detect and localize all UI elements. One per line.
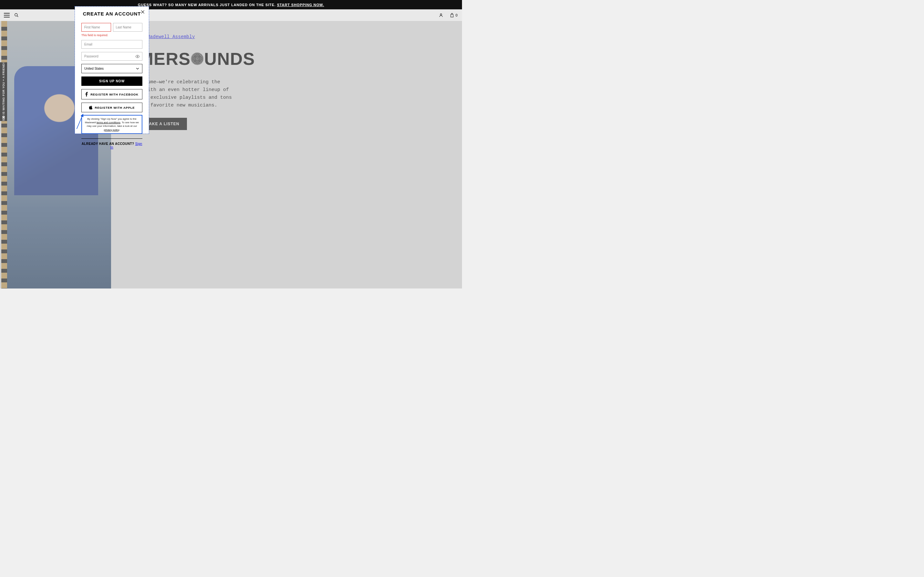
last-name-field[interactable] — [113, 23, 143, 32]
announcement-cta-link[interactable]: START SHOPPING NOW. — [277, 3, 324, 7]
svg-line-1 — [17, 16, 18, 17]
divider — [81, 139, 142, 139]
bag-count: 0 — [456, 13, 458, 17]
email-field[interactable] — [81, 40, 142, 49]
legal-post: . — [119, 129, 120, 131]
announcement-text: GUESS WHAT? SO MANY NEW ARRIVALS JUST LA… — [138, 3, 276, 7]
main-content: he Madewell Assembly MERS UNDS volume—we… — [0, 21, 462, 288]
register-apple-label: REGISTER WITH APPLE — [95, 106, 135, 110]
country-select[interactable]: United States — [81, 64, 142, 73]
svg-point-5 — [137, 56, 138, 57]
modal-title: CREATE AN ACCOUNT — [81, 11, 142, 16]
search-icon[interactable] — [14, 13, 19, 18]
shopping-bag[interactable]: 0 — [450, 13, 458, 18]
create-account-modal: CREATE AN ACCOUNT This field is required… — [75, 6, 149, 134]
facebook-icon — [85, 92, 88, 97]
first-name-field[interactable] — [81, 23, 111, 32]
site-header: 0 — [0, 10, 462, 21]
announcement-bar: GUESS WHAT? SO MANY NEW ARRIVALS JUST LA… — [0, 0, 462, 10]
first-name-error: This field is required. — [81, 34, 142, 37]
password-field[interactable] — [81, 52, 142, 61]
hamburger-menu-button[interactable] — [4, 13, 10, 18]
privacy-link[interactable]: privacy policy — [104, 129, 119, 131]
register-apple-button[interactable]: REGISTER WITH APPLE — [81, 103, 142, 112]
show-password-icon[interactable] — [135, 55, 140, 58]
svg-point-2 — [440, 14, 442, 15]
register-facebook-label: REGISTER WITH FACEBOOK — [90, 93, 139, 96]
legal-disclaimer: By clicking "Sign Up Now" you agree to t… — [81, 115, 142, 134]
register-facebook-button[interactable]: REGISTER WITH FACEBOOK — [81, 89, 142, 99]
sign-up-button[interactable]: SIGN UP NOW — [81, 76, 142, 86]
account-icon[interactable] — [439, 13, 443, 18]
already-have-account: ALREADY HAVE AN ACCOUNT? Sign In — [81, 142, 142, 149]
terms-link[interactable]: terms and conditions — [97, 121, 121, 124]
close-icon[interactable] — [140, 10, 145, 14]
already-label: ALREADY HAVE AN ACCOUNT? — [82, 142, 135, 145]
svg-point-0 — [15, 14, 18, 16]
apple-icon — [89, 106, 92, 110]
modal-backdrop[interactable] — [0, 21, 462, 288]
